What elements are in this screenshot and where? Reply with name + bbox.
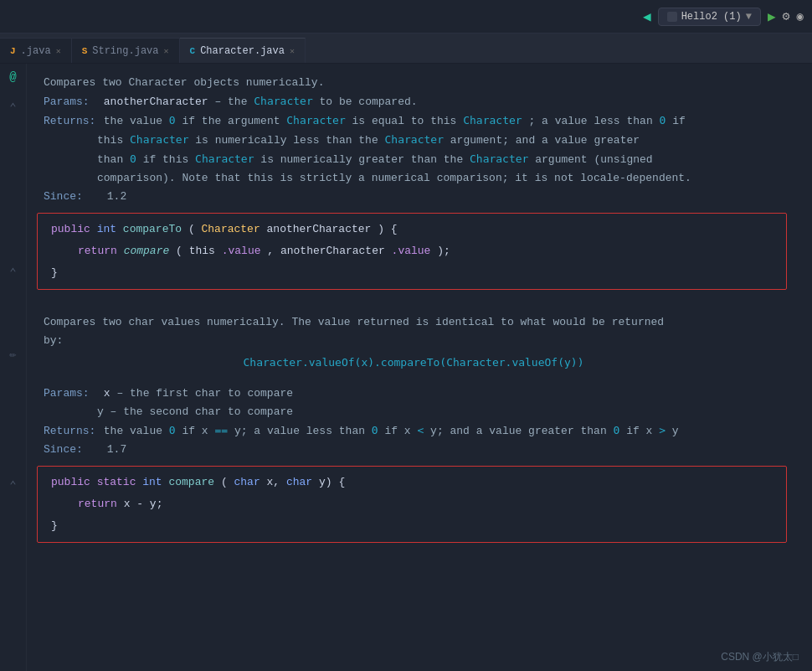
- record-icon[interactable]: ◉: [797, 9, 804, 23]
- doc2-param-y: y – the second char to compare: [97, 405, 293, 418]
- gear-icon[interactable]: ⚙: [783, 8, 790, 24]
- fn-compare-1: compare: [124, 245, 170, 257]
- kw-public-2: public: [51, 476, 90, 488]
- run-config-button[interactable]: Hello2 (1) ▼: [658, 8, 761, 26]
- doc2-r-code5: 0: [614, 424, 620, 436]
- doc2-r-mid3: if x: [384, 425, 417, 437]
- right-gutter: [800, 64, 812, 671]
- r2-mid1: is numerically less than the: [195, 134, 384, 147]
- tab-character-label: Character.java: [200, 45, 285, 57]
- doc-line-1: Compares two Character objects numerical…: [33, 74, 794, 92]
- method-compare: compare: [168, 476, 214, 488]
- r2-end: argument; and a value greater: [450, 134, 640, 147]
- comma1: ,: [267, 245, 280, 257]
- doc2-params-y: y – the second char to compare: [33, 403, 794, 421]
- returns-label: Returns:: [44, 112, 97, 131]
- doc2-r-code4: <: [417, 424, 424, 436]
- tab-java-label: .java: [21, 45, 51, 57]
- doc2-param-x: x: [104, 387, 110, 400]
- at-icon[interactable]: @: [9, 70, 16, 84]
- tab-java[interactable]: J .java ✕: [0, 38, 72, 63]
- kw-public-1: public: [51, 223, 90, 235]
- doc2-r-mid1: if x: [182, 425, 214, 437]
- paren1: (: [188, 223, 195, 235]
- r1-mid2: is equal to this: [352, 115, 464, 127]
- this-kw: this: [189, 245, 215, 257]
- watermark: CSDN @小犹太□: [721, 650, 799, 664]
- method2-line1: public static int compare ( char x, char…: [44, 472, 779, 493]
- r3-code1: 0: [130, 152, 136, 165]
- expand-up2-icon[interactable]: ⌃: [9, 266, 16, 280]
- brace-close-2: }: [51, 519, 58, 532]
- method1-line2: return compare ( this .value , anotherCh…: [44, 240, 779, 262]
- doc2-r-mid2: y; a value less than: [234, 425, 372, 437]
- pencil-icon[interactable]: ✏: [9, 347, 16, 361]
- tab-character[interactable]: C Character.java ✕: [180, 38, 306, 63]
- doc-section-1: Compares two Character objects numerical…: [33, 74, 794, 206]
- doc2-text1: Compares two char values numerically. Th…: [44, 316, 664, 328]
- r3-pre: than: [97, 153, 130, 166]
- kw-char1: char: [234, 476, 260, 488]
- doc-returns-line3: than 0 if this Character is numerically …: [33, 150, 794, 169]
- paren2: ) {: [378, 223, 397, 235]
- doc2-r-mid4: y; and a value greater than: [430, 425, 613, 437]
- sp6: x - y;: [124, 498, 163, 510]
- doc-text-compares: Compares two Character objects numerical…: [44, 76, 324, 89]
- tab-java-icon: J: [10, 46, 16, 56]
- expand-up-icon[interactable]: ⌃: [9, 101, 16, 115]
- sp4: x,: [267, 476, 286, 488]
- kw-return-2: return: [78, 498, 117, 510]
- back-icon[interactable]: ◀: [643, 8, 651, 25]
- method-block-2: public static int compare ( char x, char…: [37, 466, 787, 543]
- since-label-1: Since:: [44, 188, 97, 206]
- method-block-1: public int compareTo ( Character another…: [37, 213, 787, 290]
- kw-return-1: return: [78, 245, 117, 257]
- another-param: anotherCharacter: [280, 245, 385, 257]
- paren3: (: [176, 245, 182, 257]
- doc2-returns-label: Returns:: [44, 422, 97, 441]
- doc2-line2: by:: [33, 332, 794, 350]
- dot1: .value: [222, 245, 261, 257]
- doc2-r-code2: ==: [214, 424, 228, 436]
- doc2-text2: by:: [44, 334, 63, 347]
- tab-bar: J .java ✕ S String.java ✕ C Character.ja…: [0, 34, 812, 64]
- doc-returns-line4: comparison). Note that this is strictly …: [33, 169, 794, 188]
- brace-close-1: }: [51, 266, 58, 279]
- run-icon[interactable]: ▶: [768, 8, 776, 25]
- tab-character-icon: C: [190, 46, 196, 56]
- method2-line3: }: [44, 515, 779, 537]
- r1-end: if: [672, 115, 686, 127]
- doc2-code-center: Character.valueOf(x).compareTo(Character…: [33, 354, 794, 373]
- tab-java-close[interactable]: ✕: [56, 46, 61, 56]
- doc2-params-x: Params: x – the first char to compare: [33, 385, 794, 403]
- method1-line1: public int compareTo ( Character another…: [44, 219, 779, 240]
- doc-section-2: Compares two char values numerically. Th…: [33, 313, 794, 459]
- doc2-r-pre: the value: [104, 425, 169, 437]
- tab-character-close[interactable]: ✕: [290, 46, 295, 56]
- doc2-r-code3: 0: [372, 424, 378, 436]
- expand-up3-icon[interactable]: ⌃: [9, 478, 16, 493]
- dot2: .value: [392, 245, 431, 257]
- doc2-params-label: Params:: [44, 385, 97, 403]
- tab-string-close[interactable]: ✕: [163, 46, 168, 56]
- tab-string[interactable]: S String.java ✕: [72, 38, 180, 63]
- doc2-code-block: Character.valueOf(x).compareTo(Character…: [244, 356, 584, 369]
- run-config-label: Hello2 (1): [681, 11, 742, 23]
- doc2-r-end: y: [672, 425, 679, 437]
- kw-static: static: [97, 476, 136, 488]
- r2-code2: Character: [385, 133, 444, 146]
- doc2-r-mid5: if x: [626, 425, 659, 437]
- sp5: y) {: [319, 476, 345, 488]
- doc-returns-line1: Returns: the value 0 if the argument Cha…: [33, 111, 794, 131]
- doc2-param-x-text: – the first char to compare: [116, 387, 293, 400]
- r3-mid2: is numerically greater than the: [260, 153, 470, 166]
- main-content: Compares two Character objects numerical…: [27, 74, 800, 603]
- code-editor[interactable]: Compares two Character objects numerical…: [27, 64, 800, 671]
- doc2-since-val: 1.7: [107, 443, 126, 456]
- doc2-r-code6: >: [659, 424, 666, 436]
- r3-code3: Character: [470, 152, 528, 165]
- paren5: (: [221, 476, 228, 488]
- r1-pre: the value: [104, 115, 169, 127]
- left-gutter: @ ⌃ ⌃ ✏ ⌃: [0, 64, 27, 671]
- r3-mid1: if this: [143, 153, 195, 166]
